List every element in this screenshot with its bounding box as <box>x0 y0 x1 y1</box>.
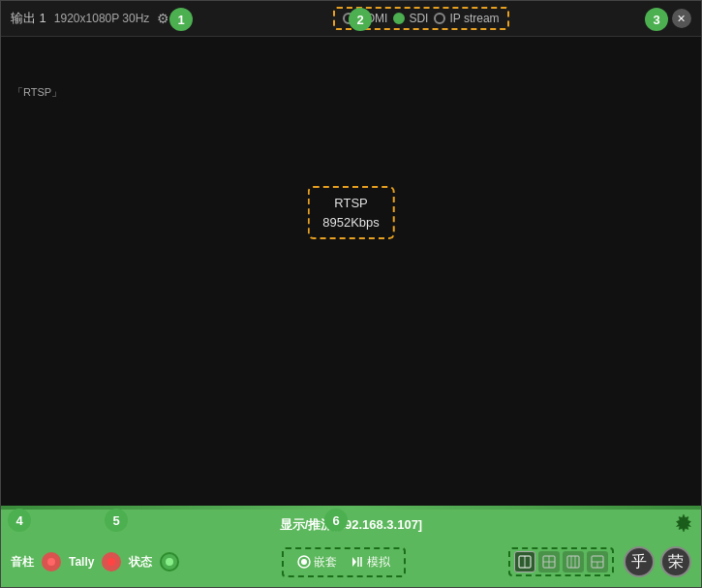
corner-icon-2[interactable]: 荣 <box>660 546 691 577</box>
ip-stream-radio[interactable] <box>434 13 445 24</box>
record-button[interactable]: 嵌套 <box>291 552 343 573</box>
toolbar-right-controls <box>508 547 614 576</box>
toolbar-center-controls: 嵌套 模拟 <box>282 547 406 577</box>
close-button[interactable]: ✕ <box>672 9 691 28</box>
svg-point-2 <box>47 558 55 566</box>
settings-icon[interactable]: ⚙ <box>157 11 169 26</box>
audio-red-icon[interactable] <box>42 552 61 572</box>
sdi-label: SDI <box>409 12 428 25</box>
rtsp-center-line2: 8952Kbps <box>322 213 380 232</box>
output-title: 输出 1 1920x1080P 30Hz ⚙ <box>11 10 169 27</box>
settings-right-icon[interactable] <box>674 513 693 538</box>
badge-1: 1 <box>169 8 193 31</box>
status-green-icon[interactable] <box>160 552 179 572</box>
output-title-text: 输出 1 <box>11 10 46 27</box>
ip-display: 显示/推流[192.168.3.107] <box>280 516 422 534</box>
output-resolution: 1920x1080P 30Hz <box>54 12 150 25</box>
layout-btn-4[interactable] <box>587 551 608 573</box>
tally-red-icon[interactable] <box>102 552 121 572</box>
preview-black: 「RTSP」 RTSP 8952Kbps <box>1 37 701 506</box>
status-label: 状态 <box>129 554 152 571</box>
svg-point-4 <box>166 558 173 566</box>
badge-2: 2 <box>349 8 372 31</box>
rtsp-center-line1: RTSP <box>322 194 380 213</box>
svg-point-6 <box>301 559 307 565</box>
corner-label-2: 荣 <box>668 552 684 573</box>
layout-btn-3[interactable] <box>563 551 584 573</box>
toolbar-bottom-row: 音柱 Tally 状态 <box>1 541 701 587</box>
layout-btn-1[interactable] <box>514 551 535 573</box>
tally-label: Tally <box>69 555 94 569</box>
record-label: 嵌套 <box>314 554 337 571</box>
badge-4: 4 <box>8 509 31 532</box>
sdi-radio[interactable] <box>393 13 405 24</box>
simulate-button[interactable]: 模拟 <box>345 552 396 573</box>
svg-point-3 <box>107 558 115 566</box>
ip-stream-label: IP stream <box>449 12 499 25</box>
rtsp-corner-label: 「RTSP」 <box>13 85 62 100</box>
preview-area: 输出 1 1920x1080P 30Hz ⚙ HDMI SDI IP <box>1 1 701 506</box>
app-container: 1 2 3 4 5 6 输出 1 1920x1080P 30Hz ⚙ HDMI <box>0 0 702 588</box>
svg-rect-15 <box>567 556 579 568</box>
corner-label-1: 乎 <box>631 552 647 573</box>
rtsp-center-box[interactable]: RTSP 8952Kbps <box>307 186 395 239</box>
layout-btn-2[interactable] <box>538 551 560 573</box>
output-option-ip-stream[interactable]: IP stream <box>434 12 499 25</box>
badge-3: 3 <box>645 8 668 31</box>
corner-icon-1[interactable]: 乎 <box>624 546 655 577</box>
audio-label: 音柱 <box>11 554 34 571</box>
svg-marker-7 <box>352 557 356 567</box>
simulate-label: 模拟 <box>367 554 390 571</box>
badge-6: 6 <box>324 509 348 532</box>
output-option-sdi[interactable]: SDI <box>393 12 428 25</box>
badge-5: 5 <box>105 509 128 532</box>
toolbar-left-controls: 音柱 Tally 状态 <box>11 552 179 572</box>
